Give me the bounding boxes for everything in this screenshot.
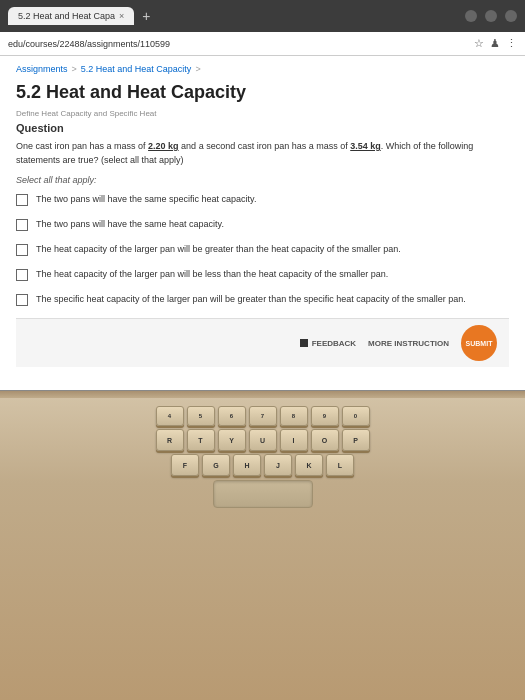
trackpad[interactable]: [213, 480, 313, 508]
breadcrumb: Assignments > 5.2 Heat and Heat Capacity…: [16, 64, 509, 74]
more-instruction-button[interactable]: MORE INSTRUCTION: [368, 339, 449, 348]
breadcrumb-current[interactable]: 5.2 Heat and Heat Capacity: [81, 64, 192, 74]
select-all-label: Select all that apply:: [16, 175, 509, 185]
question-text: One cast iron pan has a mass of 2.20 kg …: [16, 140, 509, 167]
answer-text-2: The two pans will have the same heat cap…: [36, 218, 224, 231]
checkbox-4[interactable]: [16, 269, 28, 281]
key-P[interactable]: P: [342, 429, 370, 451]
key-R[interactable]: R: [156, 429, 184, 451]
answer-text-3: The heat capacity of the larger pan will…: [36, 243, 401, 256]
answer-option-2[interactable]: The two pans will have the same heat cap…: [16, 218, 509, 231]
key-O[interactable]: O: [311, 429, 339, 451]
key-L[interactable]: L: [326, 454, 354, 476]
browser-controls: [465, 10, 517, 22]
checkbox-2[interactable]: [16, 219, 28, 231]
key-5[interactable]: 5: [187, 406, 215, 426]
submit-label: SUBMIT: [466, 340, 493, 347]
bottom-action-bar: FEEDBACK MORE INSTRUCTION SUBMIT: [16, 318, 509, 367]
mass1: 2.20 kg: [148, 141, 179, 151]
key-T[interactable]: T: [187, 429, 215, 451]
laptop-hinge: [0, 390, 525, 398]
key-G[interactable]: G: [202, 454, 230, 476]
key-8[interactable]: 8: [280, 406, 308, 426]
answer-text-1: The two pans will have the same specific…: [36, 193, 256, 206]
tab-title: 5.2 Heat and Heat Capa: [18, 11, 115, 21]
key-6[interactable]: 6: [218, 406, 246, 426]
letter-row-1: R T Y U I O P: [10, 429, 515, 451]
letter-row-2: F G H J K L: [10, 454, 515, 476]
key-I[interactable]: I: [280, 429, 308, 451]
question-label: Question: [16, 122, 509, 134]
breadcrumb-assignments[interactable]: Assignments: [16, 64, 68, 74]
breadcrumb-sep2: >: [195, 64, 200, 74]
answer-option-3[interactable]: The heat capacity of the larger pan will…: [16, 243, 509, 256]
feedback-icon: [300, 339, 308, 347]
checkbox-1[interactable]: [16, 194, 28, 206]
answer-option-5[interactable]: The specific heat capacity of the larger…: [16, 293, 509, 306]
answer-text-4: The heat capacity of the larger pan will…: [36, 268, 388, 281]
tab-close-btn[interactable]: ×: [119, 11, 124, 21]
key-J[interactable]: J: [264, 454, 292, 476]
key-H[interactable]: H: [233, 454, 261, 476]
key-U[interactable]: U: [249, 429, 277, 451]
key-F[interactable]: F: [171, 454, 199, 476]
feedback-button[interactable]: FEEDBACK: [300, 339, 356, 348]
feedback-label: FEEDBACK: [312, 339, 356, 348]
address-text: edu/courses/22488/assignments/110599: [8, 39, 170, 49]
trackpad-area: [10, 480, 515, 508]
close-btn[interactable]: [505, 10, 517, 22]
question-text-part1: One cast iron pan has a mass of: [16, 141, 148, 151]
checkbox-3[interactable]: [16, 244, 28, 256]
menu-icon[interactable]: ⋮: [506, 37, 517, 50]
num-key-row: 4 5 6 7 8 9 0: [10, 406, 515, 426]
mass2: 3.54 kg: [350, 141, 381, 151]
submit-button[interactable]: SUBMIT: [461, 325, 497, 361]
maximize-btn[interactable]: [485, 10, 497, 22]
question-text-part2: and a second cast iron pan has a mass of: [179, 141, 351, 151]
key-7[interactable]: 7: [249, 406, 277, 426]
keyboard-area: 4 5 6 7 8 9 0 R T Y U I O P F G H J K L: [0, 398, 525, 512]
page-content: Assignments > 5.2 Heat and Heat Capacity…: [0, 56, 525, 390]
star-icon[interactable]: ☆: [474, 37, 484, 50]
checkbox-5[interactable]: [16, 294, 28, 306]
key-0[interactable]: 0: [342, 406, 370, 426]
answer-option-4[interactable]: The heat capacity of the larger pan will…: [16, 268, 509, 281]
laptop-screen: 5.2 Heat and Heat Capa × + edu/courses/2…: [0, 0, 525, 390]
page-title: 5.2 Heat and Heat Capacity: [16, 82, 509, 103]
laptop-body: 4 5 6 7 8 9 0 R T Y U I O P F G H J K L: [0, 390, 525, 700]
tab-add-btn[interactable]: +: [138, 8, 154, 24]
address-bar[interactable]: edu/courses/22488/assignments/110599 ☆ ♟…: [0, 32, 525, 56]
answer-option-1[interactable]: The two pans will have the same specific…: [16, 193, 509, 206]
answer-text-5: The specific heat capacity of the larger…: [36, 293, 466, 306]
key-4[interactable]: 4: [156, 406, 184, 426]
key-K[interactable]: K: [295, 454, 323, 476]
browser-tab[interactable]: 5.2 Heat and Heat Capa ×: [8, 7, 134, 25]
subtitle: Define Heat Capacity and Specific Heat: [16, 109, 509, 118]
profile-icon[interactable]: ♟: [490, 37, 500, 50]
key-Y[interactable]: Y: [218, 429, 246, 451]
key-9[interactable]: 9: [311, 406, 339, 426]
minimize-btn[interactable]: [465, 10, 477, 22]
browser-chrome: 5.2 Heat and Heat Capa × +: [0, 0, 525, 32]
address-icons: ☆ ♟ ⋮: [474, 37, 517, 50]
breadcrumb-sep1: >: [72, 64, 77, 74]
